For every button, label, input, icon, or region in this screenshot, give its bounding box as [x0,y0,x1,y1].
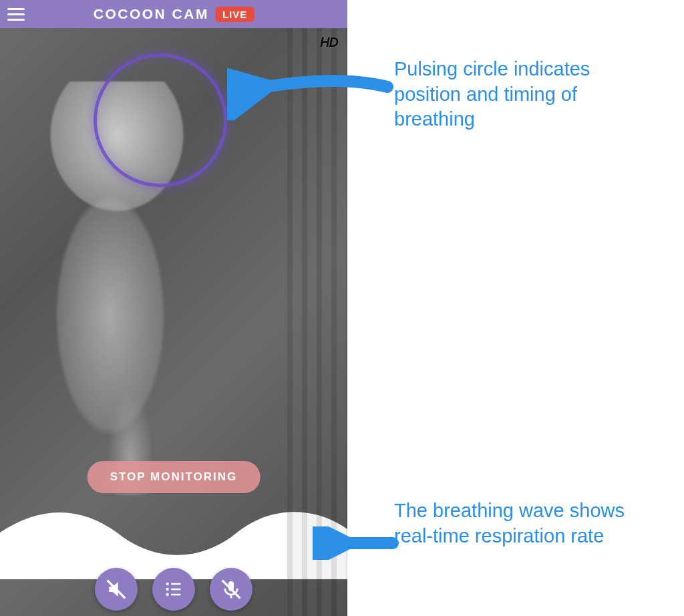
annotation-circle: Pulsing circle indicates position and ti… [394,57,648,132]
svg-point-5 [166,593,169,596]
mute-mic-button[interactable] [210,568,252,611]
live-badge: LIVE [216,7,254,22]
list-icon [163,579,184,600]
annotation-wave: The breathing wave shows real-time respi… [394,498,648,549]
svg-rect-2 [171,583,181,585]
svg-rect-4 [171,589,181,591]
menu-icon[interactable] [5,3,27,25]
svg-rect-6 [171,594,181,596]
stop-monitoring-button[interactable]: STOP MONITORING [88,461,261,493]
brand: COCOON CAM LIVE [94,6,254,22]
arrow-to-wave-icon [313,526,399,560]
brand-name: COCOON CAM [94,6,209,22]
mic-muted-icon [220,579,242,600]
svg-point-1 [166,583,169,585]
speaker-muted-icon [106,579,127,600]
list-menu-button[interactable] [152,568,195,611]
arrow-to-circle-icon [227,67,394,120]
svg-point-3 [166,588,169,591]
app-header: COCOON CAM LIVE [0,0,347,28]
breathing-circle-icon [94,53,227,187]
bottom-controls [0,563,347,616]
hd-badge: HD [320,35,338,50]
mute-speaker-button[interactable] [95,568,138,611]
